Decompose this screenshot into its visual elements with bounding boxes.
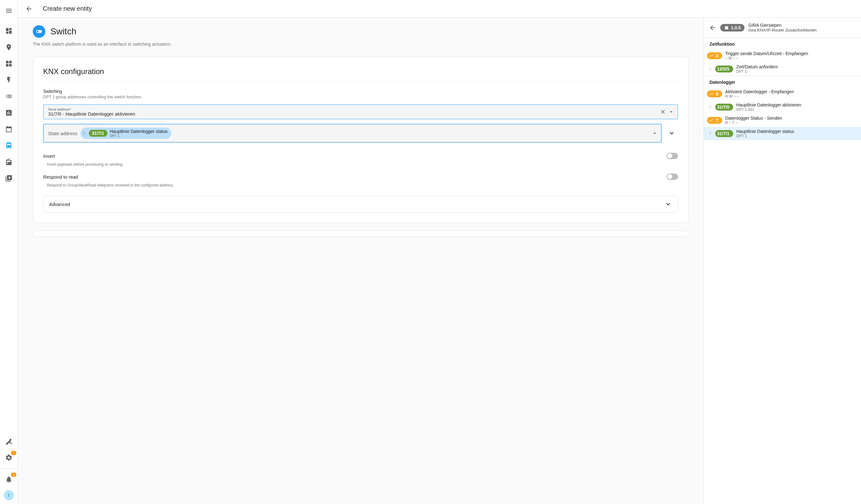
- state-dropdown-button[interactable]: [652, 130, 658, 136]
- sidebar-energy[interactable]: [2, 74, 15, 86]
- item-name: Hauptlinie Datenlogger status: [736, 129, 794, 134]
- group-address-item[interactable]: 12/0/5Zeit/Datum anfordernDPT 1: [704, 63, 861, 76]
- device-manufacturer: GIRA Giersiepen: [748, 23, 817, 28]
- group-address-badge: 31/7/0: [715, 104, 733, 111]
- swap-icon: [709, 91, 714, 96]
- menu-down-icon: [668, 109, 674, 115]
- item-flags: R W – –: [725, 94, 794, 99]
- svg-point-15: [710, 107, 711, 107]
- com-object-number: 7: [716, 118, 718, 123]
- switching-help: DPT 1 group addresses controlling the sw…: [43, 95, 678, 99]
- panel-section-title: Datenlogger: [704, 76, 861, 87]
- sidebar-logbook[interactable]: [2, 90, 15, 103]
- hamburger-menu[interactable]: [2, 4, 15, 17]
- device-address: 1.0.5: [731, 25, 741, 30]
- svg-point-22: [710, 134, 710, 135]
- drag-handle-icon[interactable]: [707, 66, 712, 72]
- bell-icon: [5, 476, 13, 483]
- state-expand-button[interactable]: [666, 127, 678, 139]
- close-icon: [660, 109, 666, 115]
- entity-icon: [33, 25, 45, 38]
- sidebar-notifications[interactable]: 3: [2, 473, 15, 486]
- avatar[interactable]: t: [4, 490, 14, 500]
- svg-point-5: [84, 134, 85, 135]
- drag-handle-icon[interactable]: [707, 131, 712, 136]
- sidebar-library[interactable]: [2, 172, 15, 185]
- respond-toggle[interactable]: [667, 174, 678, 180]
- item-flags: – W – –: [725, 56, 808, 60]
- sidebar-dashboards[interactable]: [2, 57, 15, 70]
- group-address-item[interactable]: 31/7/1Hauptlinie Datenlogger statusDPT 1: [704, 127, 861, 140]
- chevron-down-icon: [668, 130, 675, 137]
- com-object-item[interactable]: 7Datenlogger Status - SendenR – T –: [704, 114, 861, 127]
- sidebar-calendar[interactable]: [2, 123, 15, 135]
- svg-point-8: [710, 69, 710, 69]
- list-icon: [5, 93, 13, 100]
- swap-icon: [709, 118, 714, 123]
- item-name: Trigger sende Datum/Uhrzeit - Empfangen: [725, 51, 808, 56]
- person-pin-icon: [5, 43, 13, 51]
- state-address-field[interactable]: State address 31/7/1 Hauptlinie Datenlog…: [43, 124, 662, 143]
- item-name: Hauptlinie Datenlogger aktivieren: [736, 103, 801, 107]
- calendar-icon: [5, 125, 13, 133]
- device-address-badge: 1.0.5: [720, 24, 744, 31]
- group-address: 31/7/1: [717, 131, 729, 136]
- hammer-icon: [5, 437, 13, 445]
- sidebar-media[interactable]: [2, 155, 15, 168]
- svg-point-16: [710, 108, 710, 108]
- respond-label: Respond to read: [43, 174, 78, 179]
- state-address-chip[interactable]: 31/7/1 Hauptlinie Datenlogger status DPT…: [81, 127, 172, 139]
- svg-point-17: [710, 108, 711, 108]
- sidebar-settings[interactable]: 7: [2, 451, 15, 464]
- item-name: Aktiviere Datenlogger - Empfangen: [725, 89, 794, 94]
- entity-description: The KNX switch platform is used as an in…: [33, 42, 688, 46]
- panel-back-button[interactable]: [709, 24, 716, 31]
- dropdown-button[interactable]: [668, 109, 674, 115]
- send-address-field[interactable]: Send address* 31/7/0 - Hauptlinie Datenl…: [43, 104, 678, 119]
- send-address-value: 31/7/0 - Hauptlinie Datenlogger aktivier…: [48, 111, 135, 117]
- settings-badge: 7: [11, 451, 16, 455]
- com-object-item[interactable]: 6Aktiviere Datenlogger - EmpfangenR W – …: [704, 87, 861, 100]
- sidebar-overview[interactable]: [2, 25, 15, 37]
- panel-section-title: Zeitfunktion: [704, 38, 861, 49]
- chip-address: 31/7/1: [89, 130, 107, 137]
- svg-point-14: [710, 107, 710, 107]
- chip-icon: [724, 25, 729, 30]
- panel-section: Datenlogger6Aktiviere Datenlogger - Empf…: [704, 76, 861, 140]
- config-card: KNX configuration Switching DPT 1 group …: [33, 57, 688, 223]
- chip-name: Hauptlinie Datenlogger status: [110, 129, 168, 134]
- group-address-item[interactable]: 31/7/0Hauptlinie Datenlogger aktivierenD…: [704, 100, 861, 114]
- state-address-label: State address: [48, 131, 78, 136]
- drag-handle-icon[interactable]: [82, 131, 86, 136]
- device-model: Gira KNX/IP-Router Zusatzfunktionen: [748, 28, 817, 32]
- drag-handle-icon[interactable]: [707, 104, 712, 110]
- view-dashboard-icon: [5, 60, 13, 67]
- svg-point-13: [710, 106, 711, 107]
- arrow-left-icon: [709, 24, 716, 31]
- invert-toggle[interactable]: [667, 153, 678, 159]
- clear-button[interactable]: [660, 109, 666, 115]
- item-dpt: DPT 1.001: [736, 107, 801, 112]
- notif-badge: 3: [11, 473, 16, 477]
- group-address-badge: 12/0/5: [715, 66, 733, 72]
- com-object-item[interactable]: 3Trigger sende Datum/Uhrzeit - Empfangen…: [704, 49, 861, 63]
- send-address-label: Send address*: [48, 107, 664, 111]
- chart-box-icon: [5, 109, 13, 117]
- respond-help: Respond to GroupValueRead telegrams rece…: [43, 181, 678, 193]
- item-name: Datenlogger Status - Senden: [725, 115, 782, 121]
- sidebar-map[interactable]: [2, 41, 15, 54]
- next-card-peek: [33, 231, 688, 237]
- back-button[interactable]: [23, 2, 35, 15]
- sidebar-devtools[interactable]: [2, 435, 15, 448]
- card-title: KNX configuration: [43, 67, 678, 81]
- com-object-number: 6: [716, 91, 718, 96]
- play-box-multiple-icon: [5, 175, 13, 182]
- radio-icon: [5, 158, 13, 166]
- sidebar-knx[interactable]: [2, 139, 15, 152]
- com-object-badge: 6: [707, 91, 722, 97]
- group-address: 12/0/5: [717, 67, 729, 71]
- advanced-expander[interactable]: Advanced: [43, 195, 678, 213]
- item-flags: R – T –: [725, 121, 782, 125]
- gear-icon: [5, 454, 13, 462]
- sidebar-history[interactable]: [2, 107, 15, 119]
